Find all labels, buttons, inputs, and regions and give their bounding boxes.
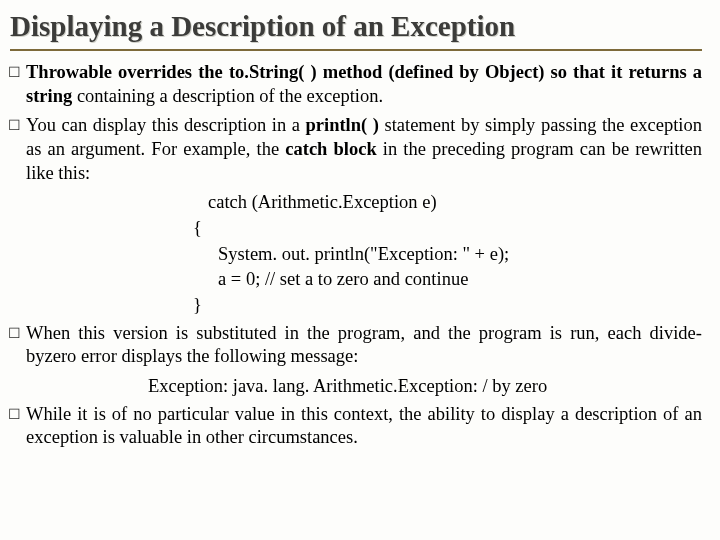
bullet-2: ☐ You can display this description in a … bbox=[8, 114, 702, 185]
bullet-4-text: While it is of no particular value in th… bbox=[26, 403, 702, 450]
bullet-1-text: Throwable overrides the to.String( ) met… bbox=[26, 61, 702, 108]
bullet-2-catch: catch block bbox=[285, 139, 376, 159]
bullet-1: ☐ Throwable overrides the to.String( ) m… bbox=[8, 61, 702, 108]
bullet-2-println: println( ) bbox=[306, 115, 379, 135]
bullet-1-rest: containing a description of the exceptio… bbox=[77, 86, 383, 106]
slide: Displaying a Description of an Exception… bbox=[0, 0, 720, 540]
bullet-marker-icon: ☐ bbox=[8, 322, 26, 343]
output-message: Exception: java. lang. Arithmetic.Except… bbox=[148, 375, 702, 399]
slide-body: ☐ Throwable overrides the to.String( ) m… bbox=[8, 61, 702, 450]
bullet-3-text: When this version is substituted in the … bbox=[26, 322, 702, 369]
code-line-5: } bbox=[193, 294, 702, 318]
bullet-marker-icon: ☐ bbox=[8, 61, 26, 82]
bullet-marker-icon: ☐ bbox=[8, 114, 26, 135]
code-line-2: { bbox=[193, 217, 702, 241]
bullet-marker-icon: ☐ bbox=[8, 403, 26, 424]
code-line-1: catch (Arithmetic.Exception e) bbox=[208, 191, 702, 215]
slide-title: Displaying a Description of an Exception bbox=[10, 10, 702, 51]
code-line-3: System. out. println("Exception: " + e); bbox=[218, 243, 702, 267]
code-line-4: a = 0; // set a to zero and continue bbox=[218, 268, 702, 292]
bullet-3: ☐ When this version is substituted in th… bbox=[8, 322, 702, 369]
bullet-4: ☐ While it is of no particular value in … bbox=[8, 403, 702, 450]
bullet-2-seg1: You can display this description in a bbox=[26, 115, 306, 135]
bullet-2-text: You can display this description in a pr… bbox=[26, 114, 702, 185]
